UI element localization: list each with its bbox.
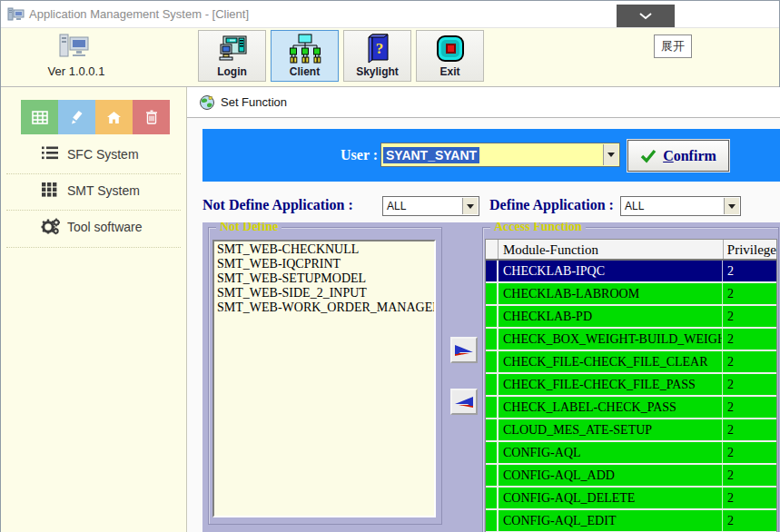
module-cell: CONFIG-AQL_DELETE: [499, 488, 723, 508]
sidebar-separator: [6, 173, 181, 174]
row-header-cell[interactable]: [486, 442, 499, 463]
move-right-button[interactable]: [450, 337, 478, 363]
module-cell: CONFIG-AQL: [499, 442, 723, 463]
pencil-icon: [70, 110, 84, 124]
not-define-dropdown-button[interactable]: [462, 198, 478, 214]
title-bar: Application Management System - [Client]: [1, 1, 779, 28]
move-left-button[interactable]: [450, 389, 478, 415]
gears-icon: [41, 218, 60, 235]
user-band: User : SYANT_SYANT Confirm: [202, 129, 780, 182]
user-combobox[interactable]: SYANT_SYANT: [380, 143, 620, 167]
trash-action-button[interactable]: [133, 100, 170, 134]
define-dropdown-button[interactable]: [724, 198, 739, 214]
row-header-cell[interactable]: [486, 351, 499, 372]
module-cell: CLOUD_MES_ATE-SETUP: [499, 419, 723, 440]
row-header-cell[interactable]: [486, 329, 499, 350]
module-cell: CHECKLAB-LABROOM: [499, 283, 723, 304]
module-cell: CONFIG-AQL_ADD: [499, 465, 723, 486]
table-row[interactable]: CHECK_FILE-CHECK_FILE_CLEAR2: [486, 351, 776, 374]
collapse-chevron-button[interactable]: [617, 5, 675, 27]
define-application-combobox[interactable]: ALL: [620, 196, 741, 216]
list-item[interactable]: SMT_WEB-IQCPRINT: [217, 257, 434, 271]
pencil-action-button[interactable]: [58, 100, 95, 134]
privilege-cell: 2: [723, 488, 776, 508]
list-icon: [41, 145, 59, 161]
exit-button[interactable]: Exit: [416, 30, 484, 82]
table-row[interactable]: CONFIG-AQL_ADD2: [486, 465, 776, 488]
privilege-cell: 2: [723, 510, 776, 531]
login-button[interactable]: Login: [198, 30, 266, 82]
client-button-label: Client: [290, 65, 320, 78]
client-orgchart-icon: [289, 33, 321, 65]
user-combobox-value: SYANT_SYANT: [383, 147, 479, 163]
client-button[interactable]: Client: [271, 30, 339, 82]
app-window: Application Management System - [Client]…: [0, 0, 780, 532]
content: SFC System SMT System: [1, 87, 780, 532]
row-header-cell[interactable]: [486, 488, 499, 508]
privilege-cell: 2: [723, 465, 776, 486]
list-item[interactable]: SMT_WEB-SIDE_2_INPUT: [217, 286, 434, 300]
module-function-column-header: Module-Function: [499, 240, 724, 259]
access-function-group-title: Access Function: [490, 222, 586, 234]
table-row[interactable]: CHECKLAB-LABROOM2: [486, 283, 776, 306]
table-row[interactable]: CONFIG-AQL_EDIT2: [486, 510, 776, 532]
table-row[interactable]: CLOUD_MES_ATE-SETUP2: [486, 419, 776, 442]
form-title: Set Function: [221, 95, 287, 109]
table-row[interactable]: CHECK_BOX_WEIGHT-BUILD_WEIGHT2: [486, 329, 776, 351]
privilege-cell: 2: [723, 374, 776, 395]
version-block: Ver 1.0.0.1: [1, 28, 187, 87]
sidebar-separator: [6, 210, 181, 211]
row-header-cell[interactable]: [486, 510, 499, 531]
confirm-button[interactable]: Confirm: [627, 140, 729, 172]
assignment-panel: Not Define SMT_WEB-CHECKNULLSMT_WEB-IQCP…: [202, 222, 780, 532]
privilege-cell: 2: [723, 306, 776, 327]
sidebar-item-smt-system[interactable]: SMT System: [1, 180, 186, 203]
computers-icon: [55, 33, 95, 60]
expand-button[interactable]: 展开: [654, 34, 692, 58]
skylight-button-label: Skylight: [356, 65, 399, 78]
sidebar-item-sfc-system[interactable]: SFC System: [1, 143, 186, 167]
toolbar: Ver 1.0.0.1 Login: [1, 28, 779, 87]
row-header-cell[interactable]: [486, 374, 499, 395]
row-header-cell[interactable]: [486, 261, 499, 281]
grid-action-button[interactable]: [21, 100, 58, 134]
module-cell: CHECK_FILE-CHECK_FILE_PASS: [499, 374, 723, 395]
table-row[interactable]: CHECK_FILE-CHECK_FILE_PASS2: [486, 374, 776, 397]
privilege-cell: 2: [723, 283, 776, 304]
row-header-cell[interactable]: [486, 465, 499, 486]
module-cell: CHECK_LABEL-CHECK_PASS: [499, 397, 723, 418]
toolbar-buttons: Login: [198, 30, 484, 82]
list-item[interactable]: SMT_WEB-WORK_ORDER_MANAGEMENT: [217, 300, 434, 315]
row-header-cell[interactable]: [486, 306, 499, 327]
chevron-down-icon: [607, 153, 615, 157]
row-header-cell[interactable]: [486, 283, 499, 304]
sidebar-item-tool-software[interactable]: Tool software: [1, 216, 186, 240]
define-application-value: ALL: [625, 200, 644, 212]
trash-icon: [145, 110, 158, 124]
access-table-header: Module-Function Privilege: [485, 239, 777, 261]
row-header-cell[interactable]: [486, 419, 499, 440]
table-row[interactable]: CONFIG-AQL_DELETE2: [486, 488, 776, 510]
table-row[interactable]: CHECK_LABEL-CHECK_PASS2: [486, 397, 776, 419]
access-table: Module-Function Privilege CHECKLAB-IPQC2…: [485, 239, 777, 532]
table-row[interactable]: CHECKLAB-PD2: [486, 306, 776, 329]
skylight-help-book-icon: ?: [363, 33, 392, 65]
sidebar-item-label: SFC System: [67, 147, 139, 162]
row-header-column: [486, 240, 499, 259]
table-row[interactable]: CHECKLAB-IPQC2: [486, 261, 776, 283]
exit-icon: [435, 33, 466, 65]
chevron-down-icon: [728, 204, 736, 209]
privilege-column-header: Privilege: [724, 240, 776, 259]
sidebar-item-label: SMT System: [67, 183, 140, 198]
not-define-list[interactable]: SMT_WEB-CHECKNULLSMT_WEB-IQCPRINTSMT_WEB…: [212, 240, 436, 517]
row-header-cell[interactable]: [486, 397, 499, 418]
chevron-down-icon: [638, 12, 653, 20]
table-row[interactable]: CONFIG-AQL2: [486, 442, 776, 465]
user-combobox-dropdown-button[interactable]: [603, 144, 618, 165]
list-item[interactable]: SMT_WEB-CHECKNULL: [217, 242, 434, 257]
not-define-application-combobox[interactable]: ALL: [382, 196, 479, 216]
home-action-button[interactable]: [95, 100, 133, 134]
list-item[interactable]: SMT_WEB-SETUPMODEL: [217, 271, 434, 286]
chevron-down-icon: [467, 204, 474, 209]
skylight-button[interactable]: ? Skylight: [343, 30, 411, 82]
